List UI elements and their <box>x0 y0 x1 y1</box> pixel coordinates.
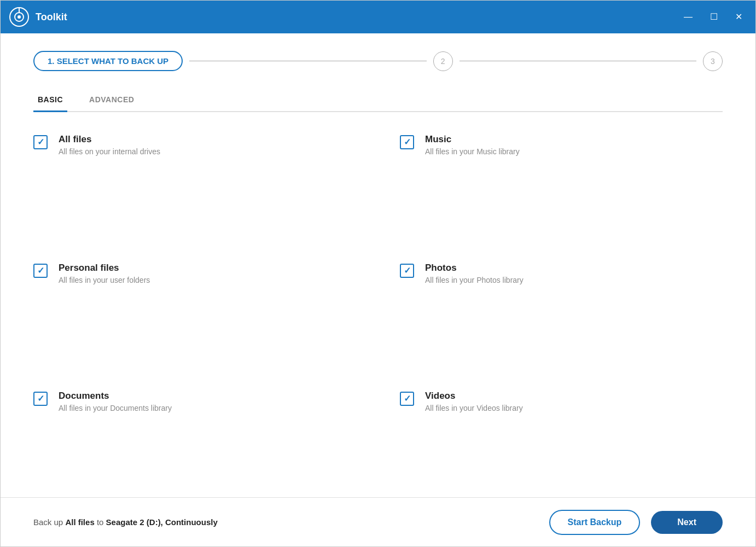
checkbox-documents[interactable]: ✓ <box>33 392 48 406</box>
app-window: Toolkit — ☐ ✕ 1. SELECT WHAT TO BACK UP … <box>0 0 756 547</box>
tab-advanced[interactable]: ADVANCED <box>85 89 138 112</box>
app-logo <box>9 7 29 27</box>
option-title-photos: Photos <box>425 263 524 274</box>
checkbox-personal-files[interactable]: ✓ <box>33 264 48 278</box>
check-icon-videos: ✓ <box>404 394 411 403</box>
start-backup-button[interactable]: Start Backup <box>549 510 641 535</box>
footer-info: Back up All files to Seagate 2 (D:), Con… <box>33 517 549 527</box>
option-text-all-files: All files All files on your internal dri… <box>59 134 160 156</box>
maximize-button[interactable]: ☐ <box>706 10 722 24</box>
option-documents: ✓ Documents All files in your Documents … <box>33 391 356 497</box>
option-title-music: Music <box>425 134 520 145</box>
check-icon-documents: ✓ <box>37 394 44 403</box>
option-title-personal-files: Personal files <box>59 263 150 274</box>
next-button[interactable]: Next <box>651 511 723 534</box>
minimize-button[interactable]: — <box>679 10 697 24</box>
option-desc-videos: All files in your Videos library <box>425 404 523 412</box>
option-text-music: Music All files in your Music library <box>425 134 520 156</box>
options-grid: ✓ All files All files on your internal d… <box>33 134 723 497</box>
option-text-videos: Videos All files in your Videos library <box>425 391 523 412</box>
option-photos: ✓ Photos All files in your Photos librar… <box>400 263 723 369</box>
step-3-circle: 3 <box>703 51 723 71</box>
option-all-files: ✓ All files All files on your internal d… <box>33 134 356 241</box>
option-videos: ✓ Videos All files in your Videos librar… <box>400 391 723 497</box>
option-music: ✓ Music All files in your Music library <box>400 134 723 241</box>
step-1: 1. SELECT WHAT TO BACK UP <box>33 51 183 71</box>
footer-info-prefix: Back up <box>33 517 65 527</box>
titlebar: Toolkit — ☐ ✕ <box>1 1 755 33</box>
close-button[interactable]: ✕ <box>731 10 747 24</box>
check-icon-personal-files: ✓ <box>37 266 44 275</box>
footer-info-middle: to <box>95 517 106 527</box>
footer-info-bold2: Seagate 2 (D:), <box>106 517 163 527</box>
checkbox-all-files[interactable]: ✓ <box>33 135 48 149</box>
tabs-bar: BASIC ADVANCED <box>33 89 723 112</box>
tab-basic[interactable]: BASIC <box>33 89 67 112</box>
checkbox-videos[interactable]: ✓ <box>400 392 414 406</box>
window-controls: — ☐ ✕ <box>679 10 747 24</box>
check-icon-all-files: ✓ <box>37 138 44 147</box>
option-desc-documents: All files in your Documents library <box>59 404 172 412</box>
footer-info-bold1: All files <box>65 517 94 527</box>
option-title-videos: Videos <box>425 391 523 401</box>
main-content: 1. SELECT WHAT TO BACK UP 2 3 BASIC ADVA… <box>1 33 755 497</box>
option-text-personal-files: Personal files All files in your user fo… <box>59 263 150 284</box>
option-title-all-files: All files <box>59 134 160 145</box>
checkbox-photos[interactable]: ✓ <box>400 264 414 278</box>
checkbox-music[interactable]: ✓ <box>400 135 414 149</box>
check-icon-music: ✓ <box>404 138 411 147</box>
footer-actions: Start Backup Next <box>549 510 723 535</box>
svg-point-2 <box>18 15 21 19</box>
stepper: 1. SELECT WHAT TO BACK UP 2 3 <box>33 51 723 71</box>
option-desc-music: All files in your Music library <box>425 147 520 156</box>
step-2-circle: 2 <box>433 51 453 71</box>
app-title: Toolkit <box>36 11 679 23</box>
footer-info-bold3: Continuously <box>163 517 218 527</box>
check-icon-photos: ✓ <box>404 266 411 275</box>
option-desc-all-files: All files on your internal drives <box>59 147 160 156</box>
step-line-1 <box>189 61 426 61</box>
option-text-documents: Documents All files in your Documents li… <box>59 391 172 412</box>
option-title-documents: Documents <box>59 391 172 401</box>
option-desc-personal-files: All files in your user folders <box>59 276 150 284</box>
footer: Back up All files to Seagate 2 (D:), Con… <box>1 497 755 546</box>
option-desc-photos: All files in your Photos library <box>425 276 524 284</box>
step-line-2 <box>460 61 696 61</box>
option-personal-files: ✓ Personal files All files in your user … <box>33 263 356 369</box>
option-text-photos: Photos All files in your Photos library <box>425 263 524 284</box>
